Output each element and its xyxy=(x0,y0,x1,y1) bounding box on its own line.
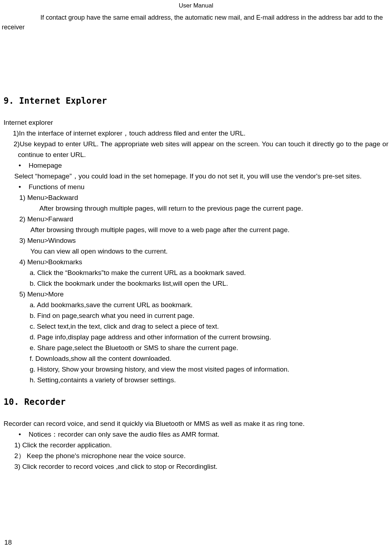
intro-paragraph: If contact group have the same email add… xyxy=(2,13,388,39)
fn-2: 2) Menu>Farward xyxy=(4,214,388,225)
fn-4-a: a. Click the “Bookmarks”to make the curr… xyxy=(4,267,388,278)
fn-5: 5) Menu>More xyxy=(4,289,388,300)
fn-5-d: d. Page info,display page address and ot… xyxy=(4,332,388,343)
bullet-functions-label: Functions of menu xyxy=(29,183,84,191)
bullet-notices-label: Notices：recorder can only save the audio… xyxy=(29,431,219,438)
step-2: 2)Use keypad to enter URL. The appropria… xyxy=(4,139,388,160)
recorder-step-3: 3) Click recorder to record voices ,and … xyxy=(4,461,388,472)
step-1: 1)In the interface of internet explorer，… xyxy=(4,128,388,139)
fn-4-b: b. Click the bookmark under the bookmark… xyxy=(4,278,388,289)
bullet-icon: • xyxy=(19,429,29,440)
recorder-step-2: 2） Keep the phone's microphone near the … xyxy=(4,451,388,461)
section-9-heading: 9. Internet Explorer xyxy=(4,96,388,106)
bullet-homepage: •Homepage xyxy=(4,160,388,171)
fn-5-e: e. Share page,select the Bluetooth or SM… xyxy=(4,343,388,353)
page-number: 18 xyxy=(4,539,12,546)
fn-5-g: g. History, Show your browsing history, … xyxy=(4,364,388,375)
fn-3-desc: You can view all open windows to the cur… xyxy=(4,246,388,257)
fn-5-b: b. Find on page,search what you need in … xyxy=(4,310,388,321)
homepage-desc: Select “homepage”，you could load in the … xyxy=(4,171,388,182)
fn-4: 4) Menu>Bookmarks xyxy=(4,257,388,267)
fn-5-a: a. Add bookmarks,save the current URL as… xyxy=(4,300,388,310)
fn-5-h: h. Setting,containts a variety of browse… xyxy=(4,375,388,385)
bullet-functions: •Functions of menu xyxy=(4,182,388,192)
page-header-title: User Manual xyxy=(4,0,388,13)
section-10-heading: 10. Recorder xyxy=(4,397,388,407)
bullet-homepage-label: Homepage xyxy=(29,162,62,169)
bullet-notices: •Notices：recorder can only save the audi… xyxy=(4,429,388,440)
section-9-subheading: Internet explorer xyxy=(4,117,388,128)
recorder-intro: Recorder can record voice, and send it q… xyxy=(4,418,388,429)
fn-3: 3) Menu>Windows xyxy=(4,235,388,246)
fn-5-f: f. Downloads,show all the content downlo… xyxy=(4,353,388,364)
bullet-icon: • xyxy=(19,182,29,192)
fn-2-desc: After browsing through multiple pages, w… xyxy=(4,225,388,235)
bullet-icon: • xyxy=(19,160,29,171)
fn-1: 1) Menu>Backward xyxy=(4,192,388,203)
recorder-step-1: 1) Click the recorder application. xyxy=(4,440,388,451)
fn-5-c: c. Select text,in the text, click and dr… xyxy=(4,321,388,332)
fn-1-desc: After browsing through multiple pages, w… xyxy=(4,203,388,214)
